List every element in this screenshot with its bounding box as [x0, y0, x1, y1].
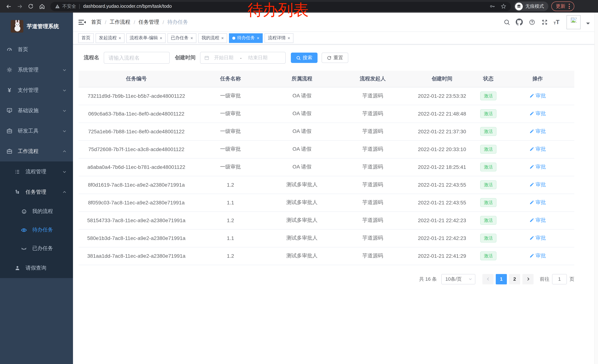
breadcrumb-item[interactable]: 任务管理: [139, 19, 159, 25]
security-status[interactable]: 不安全: [55, 3, 76, 9]
tab-my-process[interactable]: 我的流程×: [198, 33, 227, 43]
table-row: a6aba0a4-7b6d-11ec-b781-acde48001122 一级审…: [79, 158, 574, 176]
page: 不安全 dashboard.yudao.iocoder.cn/bpm/task/…: [0, 0, 598, 364]
close-icon[interactable]: ×: [119, 35, 121, 40]
close-icon[interactable]: ×: [160, 35, 162, 40]
reset-button[interactable]: 重置: [322, 53, 348, 63]
cell-starter: 芋道源码: [337, 211, 408, 229]
cell-created: 2022-01-21 22:42:23: [408, 211, 476, 229]
process-name-input[interactable]: [104, 52, 170, 64]
sidebar-item-infrastructure[interactable]: 基础设施: [0, 100, 73, 121]
browser-update-button[interactable]: 更新: [551, 1, 574, 11]
warning-icon: [55, 4, 60, 9]
robot-face-icon: [21, 208, 27, 215]
goto-page-input[interactable]: [552, 274, 567, 284]
edit-pencil-icon: [529, 200, 534, 205]
approve-link[interactable]: 审批: [529, 217, 546, 224]
cell-created: 2022-01-22 18:25:41: [408, 158, 476, 176]
sidebar-item-task-mgmt[interactable]: 任务管理: [0, 182, 73, 202]
home-icon: [39, 3, 45, 9]
approve-link[interactable]: 审批: [529, 199, 546, 206]
breadcrumb-item[interactable]: 工作流程: [110, 19, 130, 25]
col-task-name: 任务名称: [194, 71, 267, 87]
sidebar-item-my-process[interactable]: 我的流程: [0, 202, 73, 221]
sidebar-item-label: 我的流程: [32, 208, 53, 215]
sidebar-item-process-mgmt[interactable]: 流程管理: [0, 162, 73, 182]
page-button-1[interactable]: 1: [496, 274, 507, 284]
search-button[interactable]: 搜索: [291, 53, 317, 63]
browser-menu-icon[interactable]: [569, 4, 570, 9]
search-icon[interactable]: [503, 18, 510, 25]
back-button[interactable]: [4, 2, 13, 11]
sidebar-item-dev-tools[interactable]: 研发工具: [0, 121, 73, 141]
cell-task-id: 580e1b3d-7ac8-11ec-a9e2-a2380e71991a: [79, 229, 194, 247]
col-status: 状态: [476, 71, 501, 87]
approve-link[interactable]: 审批: [529, 164, 546, 170]
prev-page-button[interactable]: [482, 274, 493, 284]
close-icon[interactable]: ×: [221, 35, 224, 40]
list-tree-icon: [14, 169, 20, 175]
cell-created: 2022-01-22 21:48:48: [408, 105, 476, 122]
page-button-2[interactable]: 2: [509, 274, 520, 284]
bookmark-star-icon[interactable]: [500, 3, 507, 9]
breadcrumb-item[interactable]: 首页: [91, 19, 101, 25]
edit-pencil-icon: [529, 111, 534, 116]
sidebar-item-label: 首页: [18, 46, 28, 53]
font-size-icon[interactable]: TT: [554, 19, 559, 25]
tab-todo-tasks[interactable]: 待办任务×: [229, 33, 263, 43]
cell-task-id: 381aa1dd-7ac8-11ec-a9e2-a2380e71991a: [79, 247, 194, 265]
chevron-down-icon: [62, 108, 67, 113]
chevron-down-icon: [468, 277, 472, 281]
approve-link[interactable]: 审批: [529, 128, 546, 135]
close-icon[interactable]: ×: [288, 35, 290, 40]
sidebar-item-system[interactable]: 系统管理: [0, 60, 73, 80]
home-button[interactable]: [37, 2, 46, 11]
avatar-caret-icon[interactable]: [586, 22, 590, 26]
date-range-picker[interactable]: 开始日期 - 结束日期: [200, 52, 286, 64]
tab-start-process[interactable]: 发起流程×: [96, 33, 125, 43]
start-date-placeholder[interactable]: 开始日期: [209, 54, 238, 61]
sidebar-item-todo-tasks[interactable]: 待办任务: [0, 221, 73, 239]
approve-link[interactable]: 审批: [529, 235, 546, 242]
next-page-button[interactable]: [523, 274, 533, 284]
status-badge: 激活: [480, 145, 497, 154]
tab-label: 待办任务: [237, 35, 255, 41]
help-icon[interactable]: [528, 18, 535, 25]
tab-process-detail[interactable]: 流程详情×: [265, 33, 293, 43]
reload-button[interactable]: [26, 2, 35, 11]
tab-process-form-edit[interactable]: 流程表单-编辑×: [126, 33, 166, 43]
sidebar-collapse-icon[interactable]: [79, 18, 86, 26]
sidebar-item-home[interactable]: 首页: [0, 39, 73, 60]
approve-link[interactable]: 审批: [529, 146, 546, 153]
tab-done-tasks[interactable]: 已办任务×: [167, 33, 196, 43]
approve-link[interactable]: 审批: [529, 93, 546, 99]
approve-link[interactable]: 审批: [529, 181, 546, 188]
sidebar-item-leave-query[interactable]: 请假查询: [0, 258, 73, 278]
table-row: 381aa1dd-7ac8-11ec-a9e2-a2380e71991a 1.2…: [79, 247, 574, 265]
approve-link[interactable]: 审批: [529, 252, 546, 259]
broken-image-icon: [570, 16, 577, 24]
end-date-placeholder[interactable]: 结束日期: [243, 54, 272, 61]
forward-button[interactable]: [15, 2, 24, 11]
tab-label: 流程表单-编辑: [130, 35, 158, 41]
key-icon[interactable]: [490, 3, 495, 9]
page-size-select[interactable]: 10条/页: [441, 274, 475, 284]
chevron-down-icon: [62, 68, 67, 72]
create-time-label: 创建时间: [175, 54, 196, 61]
sidebar-item-workflow[interactable]: 工作流程: [0, 141, 73, 162]
page-scrollbar[interactable]: [594, 13, 598, 364]
cell-created: 2022-01-22 20:33:10: [408, 140, 476, 158]
fullscreen-icon[interactable]: [541, 18, 548, 25]
close-icon[interactable]: ×: [191, 35, 193, 40]
col-task-id: 任务编号: [79, 71, 194, 87]
sidebar-item-payment[interactable]: ¥ 支付管理: [0, 80, 73, 100]
avatar[interactable]: [566, 15, 581, 29]
tab-home[interactable]: 首页: [78, 33, 94, 43]
sidebar-item-done-tasks[interactable]: 已办任务: [0, 239, 73, 258]
cell-task-id: 58154733-7ac8-11ec-a9e2-a2380e71991a: [79, 211, 194, 229]
close-icon[interactable]: ×: [257, 35, 259, 40]
github-icon[interactable]: [516, 18, 523, 25]
approve-link[interactable]: 审批: [529, 110, 546, 117]
address-bar[interactable]: 不安全 dashboard.yudao.iocoder.cn/bpm/task/…: [50, 2, 511, 11]
app-logo-row[interactable]: 芋道管理系统: [0, 13, 73, 39]
